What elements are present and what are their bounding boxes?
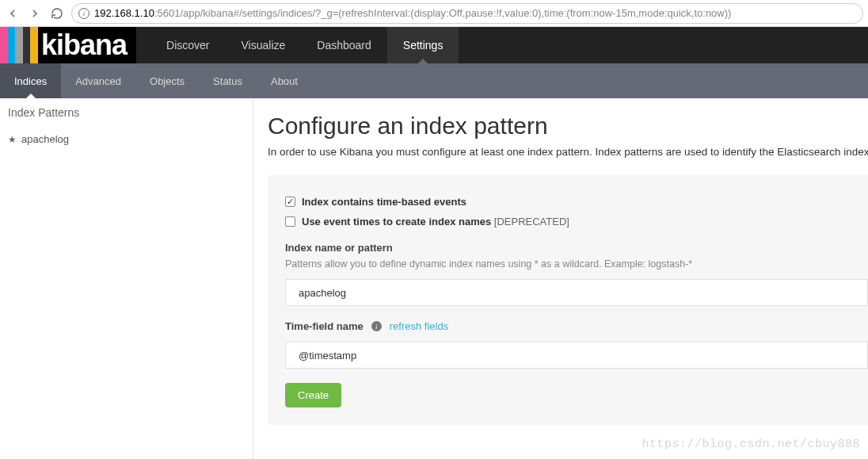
subnav: Indices Advanced Objects Status About [0, 63, 868, 98]
index-name-hint: Patterns allow you to define dynamic ind… [285, 258, 868, 270]
subnav-item-indices[interactable]: Indices [0, 63, 61, 98]
watermark: https://blog.csdn.net/cbuy888 [641, 438, 860, 451]
browser-bar: i 192.168.1.10:5601/app/kibana#/settings… [0, 0, 868, 27]
forward-button[interactable] [27, 6, 43, 21]
time-field-label: Time-field name [285, 320, 364, 332]
url-bar[interactable]: i 192.168.1.10:5601/app/kibana#/settings… [71, 3, 863, 24]
checkbox-time-based[interactable] [285, 197, 295, 207]
sidebar: Index Patterns ★ apachelog [0, 98, 253, 459]
index-name-label: Index name or pattern [285, 242, 868, 254]
subnav-item-advanced[interactable]: Advanced [61, 63, 135, 98]
checkbox-event-times-label[interactable]: Use event times to create index names [D… [302, 216, 569, 228]
subnav-item-status[interactable]: Status [199, 63, 257, 98]
page-title: Configure an index pattern [268, 113, 868, 140]
topnav-item-settings[interactable]: Settings [387, 27, 459, 63]
topnav: kibana Discover Visualize Dashboard Sett… [0, 27, 868, 63]
url-text: 192.168.1.10:5601/app/kibana#/settings/i… [94, 7, 731, 19]
back-button[interactable] [5, 6, 21, 21]
site-info-icon[interactable]: i [78, 8, 89, 19]
info-icon[interactable]: i [371, 321, 382, 331]
time-field-input[interactable] [285, 342, 868, 369]
checkbox-event-times[interactable] [285, 216, 295, 227]
main-content: Configure an index pattern In order to u… [253, 98, 868, 459]
reload-button[interactable] [49, 6, 65, 21]
topnav-item-dashboard[interactable]: Dashboard [301, 27, 387, 63]
checkbox-time-based-label[interactable]: Index contains time-based events [302, 196, 466, 208]
create-button[interactable]: Create [285, 383, 341, 407]
subnav-item-objects[interactable]: Objects [135, 63, 199, 98]
sidebar-item-label: apachelog [21, 133, 69, 145]
page-description: In order to use Kibana you must configur… [268, 146, 868, 158]
sidebar-header: Index Patterns [0, 98, 253, 127]
logo-text[interactable]: kibana [38, 27, 136, 63]
logo-stripes [0, 27, 38, 63]
refresh-fields-link[interactable]: refresh fields [390, 320, 448, 332]
subnav-item-about[interactable]: About [257, 63, 312, 98]
form-panel: Index contains time-based events Use eve… [268, 175, 868, 425]
topnav-item-visualize[interactable]: Visualize [226, 27, 302, 63]
index-name-input[interactable] [285, 279, 868, 306]
star-icon: ★ [8, 134, 17, 145]
topnav-item-discover[interactable]: Discover [150, 27, 225, 63]
sidebar-item-apachelog[interactable]: ★ apachelog [0, 127, 253, 151]
